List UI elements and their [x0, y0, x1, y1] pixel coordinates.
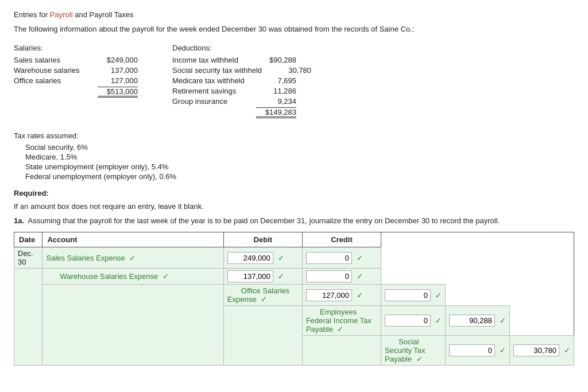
col-account: Account [42, 232, 223, 247]
deductions-title: Deductions: [172, 44, 311, 52]
credit-cell[interactable]: ✓ [510, 336, 574, 366]
salaries-value-2: 137,000 [98, 66, 138, 75]
check-icon: ✓ [414, 355, 423, 363]
credit-input[interactable] [306, 270, 352, 282]
debit-input[interactable] [385, 315, 431, 327]
deductions-value-5: 9,234 [256, 97, 296, 106]
question-label: 1a. Assuming that the payroll for the la… [14, 216, 574, 225]
col-date: Date [14, 232, 42, 247]
credit-input[interactable] [306, 252, 352, 264]
debit-cell[interactable]: ✓ [381, 306, 446, 336]
deductions-value-3: 7,695 [256, 76, 296, 85]
deductions-label-3: Medicare tax withheld [172, 76, 247, 85]
table-row: Dec.30Sales Salaries Expense ✓✓✓ [14, 247, 574, 269]
deductions-col: Deductions: Income tax withheld $90,288 … [172, 44, 311, 120]
required-label: Required: [14, 189, 574, 197]
salaries-total-row: $513,000 [14, 87, 138, 98]
account-cell: Sales Salaries Expense ✓ [42, 247, 223, 269]
salaries-row-3: Office salaries 127,000 [14, 76, 138, 85]
debit-check-icon: ✓ [435, 316, 442, 325]
salaries-total: $513,000 [98, 87, 138, 98]
table-row: Office Salaries Expense ✓✓✓ [14, 285, 574, 306]
debit-check-icon: ✓ [500, 346, 506, 355]
salaries-title: Salaries: [14, 44, 138, 52]
deductions-row-4: Retirement savings 11,286 [172, 87, 311, 95]
debit-input[interactable] [306, 289, 352, 301]
deductions-label-2: Social security tax withheld [172, 66, 262, 75]
info-table: Salaries: Sales salaries $249,000 Wareho… [14, 44, 574, 120]
debit-cell[interactable]: ✓ [223, 247, 302, 269]
credit-cell[interactable]: ✓ [381, 285, 446, 306]
question-text: Assuming that the payroll for the last w… [28, 216, 500, 225]
table-row: Warehouse Salaries Expense ✓✓✓ [14, 269, 574, 285]
deductions-value-1: $90,288 [256, 56, 296, 64]
date-cell [223, 306, 302, 366]
deductions-row-1: Income tax withheld $90,288 [172, 56, 311, 64]
debit-check-icon: ✓ [278, 254, 284, 262]
account-cell: Employees Federal Income Tax Payable ✓ [302, 306, 381, 336]
date-cell [302, 336, 381, 366]
credit-cell[interactable]: ✓ [302, 247, 381, 269]
date-top: Dec. [18, 249, 38, 258]
payroll-link: Payroll [50, 10, 73, 19]
salaries-value-1: $249,000 [98, 56, 138, 64]
credit-input[interactable] [449, 315, 495, 327]
deductions-total-row: $149,283 [172, 107, 311, 118]
deductions-label-5: Group insurance [172, 97, 247, 106]
col-debit: Debit [223, 232, 302, 247]
debit-cell[interactable]: ✓ [446, 336, 510, 366]
salaries-row-1: Sales salaries $249,000 [14, 56, 138, 64]
credit-check-icon: ✓ [435, 291, 442, 300]
intro-text: The following information about the payr… [14, 25, 574, 33]
col-credit: Credit [302, 232, 381, 247]
debit-check-icon: ✓ [278, 272, 284, 281]
debit-input[interactable] [449, 344, 495, 356]
debit-cell[interactable]: ✓ [302, 285, 381, 306]
deductions-row-3: Medicare tax withheld 7,695 [172, 76, 311, 85]
deductions-label-4: Retirement savings [172, 87, 247, 95]
salaries-label-1: Sales salaries [14, 56, 88, 64]
account-cell: Warehouse Salaries Expense ✓ [42, 269, 223, 285]
credit-check-icon: ✓ [564, 346, 570, 355]
salaries-label-3: Office salaries [14, 76, 88, 85]
tax-section: Tax rates assumed: Social security, 6% M… [14, 131, 574, 181]
account-cell: Social Security Tax Payable ✓ [381, 336, 446, 366]
check-icon: ✓ [160, 272, 169, 281]
credit-cell[interactable]: ✓ [302, 269, 381, 285]
account-name: Warehouse Salaries Expense [46, 272, 158, 281]
debit-input[interactable] [227, 270, 273, 282]
debit-cell[interactable]: ✓ [223, 269, 302, 285]
credit-input[interactable] [385, 289, 431, 301]
deductions-value-4: 11,286 [256, 87, 296, 95]
deductions-row-5: Group insurance 9,234 [172, 97, 311, 106]
debit-input[interactable] [227, 252, 273, 264]
salaries-row-2: Warehouse salaries 137,000 [14, 66, 138, 75]
date-cell [14, 269, 42, 366]
debit-check-icon: ✓ [357, 291, 363, 300]
salaries-label-2: Warehouse salaries [14, 66, 88, 75]
account-name: Sales Salaries Expense [46, 254, 125, 262]
journal-table: Date Account Debit Credit Dec.30Sales Sa… [14, 232, 574, 366]
tax-item-1: Social security, 6% [25, 143, 574, 152]
account-cell: Office Salaries Expense ✓ [223, 285, 302, 306]
blank-instruction: If an amount box does not require an ent… [14, 202, 574, 211]
credit-input[interactable] [513, 344, 559, 356]
tax-item-3: State unemployment (employer only), 5.4% [25, 162, 574, 171]
check-icon: ✓ [258, 295, 267, 304]
check-icon: ✓ [335, 325, 344, 333]
date-cell: Dec.30 [14, 247, 42, 269]
tax-item-2: Medicare, 1.5% [25, 153, 574, 161]
credit-check-icon: ✓ [357, 272, 363, 281]
deductions-value-2: 30,780 [271, 66, 311, 75]
credit-check-icon: ✓ [357, 254, 363, 262]
deductions-row-2: Social security tax withheld 30,780 [172, 66, 311, 75]
salaries-col: Salaries: Sales salaries $249,000 Wareho… [14, 44, 138, 120]
tax-rates-title: Tax rates assumed: [14, 131, 574, 140]
header-line: Entries for Payroll and Payroll Taxes [14, 10, 574, 19]
salaries-value-3: 127,000 [98, 76, 138, 85]
payroll-taxes-link: Payroll Taxes [90, 10, 134, 19]
deductions-total: $149,283 [256, 107, 296, 118]
deductions-label-1: Income tax withheld [172, 56, 247, 64]
credit-cell[interactable]: ✓ [446, 306, 510, 336]
credit-check-icon: ✓ [500, 316, 506, 325]
